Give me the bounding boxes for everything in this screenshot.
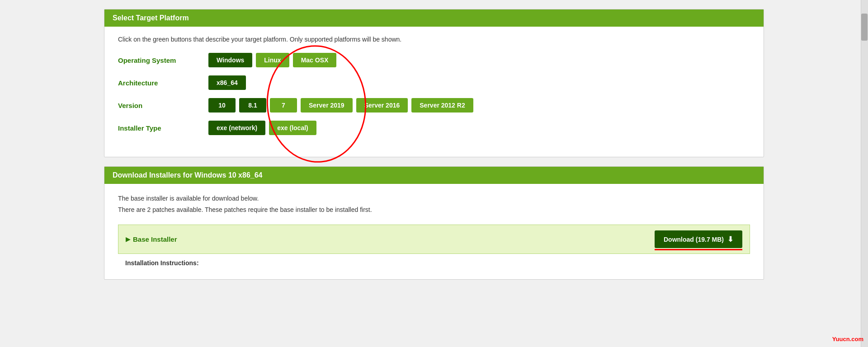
download-panel-body: The base installer is available for down…	[104, 184, 764, 279]
select-platform-title: Select Target Platform	[113, 14, 189, 22]
os-buttons: Windows Linux Mac OSX	[208, 53, 336, 67]
version-10-button[interactable]: 10	[208, 98, 236, 113]
download-panel-title: Download Installers for Windows 10 x86_6…	[113, 171, 263, 179]
base-installer-label: Base Installer	[133, 235, 177, 243]
install-instructions: Installation Instructions:	[118, 254, 750, 270]
installer-type-label: Installer Type	[118, 124, 208, 132]
download-btn-wrapper: Download (19.7 MB) ⬇	[655, 230, 742, 248]
installer-type-buttons: exe (network) exe (local)	[208, 121, 316, 135]
os-row: Operating System Windows Linux Mac OSX	[118, 53, 750, 67]
installer-exe-local-button[interactable]: exe (local)	[269, 121, 316, 135]
download-info-line2: There are 2 patches available. These pat…	[118, 204, 750, 216]
arch-x86-64-button[interactable]: x86_64	[208, 75, 246, 90]
download-button-label: Download (19.7 MB)	[664, 236, 724, 243]
select-platform-panel: Select Target Platform Click on the gree…	[104, 9, 764, 157]
version-server2012r2-button[interactable]: Server 2012 R2	[411, 98, 473, 113]
os-macosx-button[interactable]: Mac OSX	[293, 53, 337, 67]
arch-label: Architecture	[118, 79, 208, 87]
version-buttons: 10 8.1 7 Server 2019 Server 2016 Server …	[208, 98, 473, 113]
arch-buttons: x86_64	[208, 75, 246, 90]
installer-exe-network-button[interactable]: exe (network)	[208, 121, 265, 135]
version-server2019-button[interactable]: Server 2019	[301, 98, 353, 113]
base-installer-title: ▶ Base Installer	[126, 235, 177, 243]
download-icon: ⬇	[727, 235, 733, 244]
arch-row: Architecture x86_64	[118, 75, 750, 90]
select-platform-body: Click on the green buttons that describe…	[104, 27, 764, 157]
version-7-button[interactable]: 7	[270, 98, 297, 113]
base-installer-row: ▶ Base Installer Download (19.7 MB) ⬇	[118, 225, 750, 254]
base-installer-arrow: ▶	[126, 236, 130, 243]
version-81-button[interactable]: 8.1	[239, 98, 266, 113]
download-panel-header: Download Installers for Windows 10 x86_6…	[104, 167, 764, 184]
version-row: Version 10 8.1 7 Server 2019 Server 2016…	[118, 98, 750, 113]
os-linux-button[interactable]: Linux	[256, 53, 289, 67]
download-panel: Download Installers for Windows 10 x86_6…	[104, 166, 764, 280]
install-instructions-label: Installation Instructions:	[125, 259, 199, 267]
download-underline-annotation	[655, 249, 742, 250]
os-label: Operating System	[118, 56, 208, 64]
select-platform-header: Select Target Platform	[104, 9, 764, 27]
version-server2016-button[interactable]: Server 2016	[356, 98, 408, 113]
download-info: The base installer is available for down…	[118, 193, 750, 216]
os-windows-button[interactable]: Windows	[208, 53, 252, 67]
version-label: Version	[118, 102, 208, 109]
installer-type-row: Installer Type exe (network) exe (local)	[118, 121, 750, 135]
platform-description: Click on the green buttons that describe…	[118, 36, 750, 43]
download-info-line1: The base installer is available for down…	[118, 193, 750, 204]
download-button[interactable]: Download (19.7 MB) ⬇	[655, 230, 742, 248]
